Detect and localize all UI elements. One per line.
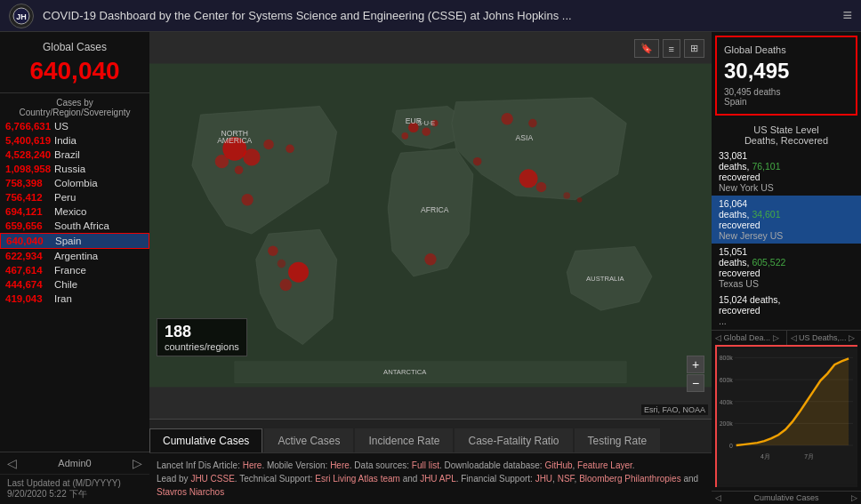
feature-layer-link[interactable]: Feature Layer	[577, 460, 632, 470]
tab-active-cases[interactable]: Active Cases	[264, 428, 353, 452]
menu-icon[interactable]: ≡	[842, 6, 852, 25]
jhu-link[interactable]: JHU	[535, 474, 552, 484]
svg-text:400k: 400k	[720, 399, 734, 405]
tab-cumulative-cases[interactable]: Cumulative Cases	[149, 428, 262, 452]
cumulative-chart: 800k 600k 400k 200k 0 4月 7月	[717, 347, 857, 487]
svg-point-19	[424, 253, 436, 265]
svg-text:4月: 4月	[760, 453, 770, 460]
list-item[interactable]: 756,412 Peru	[0, 190, 149, 204]
svg-point-22	[577, 197, 583, 203]
world-map: NORTH AMERICA ASIA AFRICA EUR AUSTRALIA …	[149, 32, 712, 419]
list-item-selected[interactable]: 640,040 Spain	[0, 233, 149, 249]
esri-credit: Esri, FAO, NOAA	[641, 404, 708, 415]
svg-point-17	[501, 113, 512, 124]
global-cases-label: Global Cases	[4, 41, 145, 53]
next-button[interactable]: ▷	[133, 456, 142, 470]
esri-team-link[interactable]: Esri Living Atlas team	[315, 474, 400, 484]
svg-text:AMERICA: AMERICA	[217, 136, 252, 145]
svg-point-10	[280, 279, 292, 291]
count-number: 188	[165, 323, 239, 341]
list-item[interactable]: 659,656 South Africa	[0, 219, 149, 233]
state-item[interactable]: 15,024 deaths, recovered ...	[712, 292, 861, 329]
main-container: Global Cases 640,040 Cases by Country/Re…	[0, 32, 861, 504]
zoom-in-button[interactable]: +	[687, 356, 704, 373]
list-item[interactable]: 444,674 Chile	[0, 277, 149, 292]
prev-button[interactable]: ◁	[7, 456, 17, 470]
panel-nav: ◁ Global Dea... ▷ ◁ US Deaths,... ▷	[712, 330, 861, 345]
svg-point-8	[286, 145, 294, 154]
app-title: COVID-19 Dashboard by the Center for Sys…	[43, 9, 842, 22]
svg-point-7	[235, 165, 244, 174]
svg-point-18	[528, 119, 537, 128]
global-deaths-card: Global Deaths 30,495 30,495 deaths Spain	[715, 36, 857, 116]
list-item[interactable]: 622,934 Argentina	[0, 249, 149, 263]
count-label: countries/regions	[165, 341, 239, 352]
state-item[interactable]: 15,051 deaths, 605,522 recovered Texas U…	[712, 244, 861, 292]
svg-text:0: 0	[729, 443, 733, 449]
list-item[interactable]: 4,528,240 Brazil	[0, 148, 149, 162]
svg-point-14	[422, 127, 430, 136]
svg-text:ASIA: ASIA	[516, 133, 534, 142]
zoom-out-button[interactable]: −	[687, 374, 704, 392]
us-state-label: US State Level Deaths, Recovered	[712, 119, 861, 148]
tab-testing-rate[interactable]: Testing Rate	[575, 428, 661, 452]
sidebar-footer: Last Updated at (M/D/YYYY) 9/20/2020 5:2…	[0, 474, 149, 504]
github-link[interactable]: GitHub	[544, 460, 572, 470]
svg-text:S·U·E: S·U·E	[417, 119, 435, 127]
nsf-link[interactable]: NSF	[558, 474, 575, 484]
svg-text:ANTARCTICA: ANTARCTICA	[383, 368, 427, 376]
svg-point-6	[263, 140, 273, 149]
jhu-csse-link[interactable]: JHU CSSE	[190, 474, 234, 484]
here-link-2[interactable]: Here	[330, 460, 350, 470]
here-link-1[interactable]: Here	[243, 460, 262, 470]
svg-point-24	[268, 245, 278, 255]
stavros-link[interactable]: Stavros Niarchos	[157, 487, 224, 497]
svg-point-11	[519, 169, 538, 188]
svg-text:JH: JH	[16, 12, 27, 21]
list-item[interactable]: 6,766,631 US	[0, 119, 149, 133]
chart-label: Cumulative Cases	[753, 493, 818, 502]
full-list-link[interactable]: Full list	[412, 460, 439, 470]
svg-point-9	[288, 262, 309, 283]
bottom-info-bar: Lancet Inf Dis Article: Here. Mobile Ver…	[149, 452, 712, 504]
svg-point-12	[536, 182, 546, 192]
bookmark-button[interactable]: 🔖	[634, 39, 659, 58]
jhu-logo: JH	[9, 4, 34, 28]
global-deaths-nav[interactable]: ◁ Global Dea... ▷	[712, 331, 787, 345]
list-item[interactable]: 419,043 Iran	[0, 292, 149, 306]
svg-text:600k: 600k	[720, 377, 734, 383]
svg-text:7月: 7月	[804, 453, 814, 460]
bloomberg-link[interactable]: Bloomberg Philanthropies	[579, 474, 681, 484]
deaths-sub: 30,495 deaths Spain	[724, 87, 849, 107]
svg-text:AUSTRALIA: AUSTRALIA	[586, 275, 624, 283]
svg-point-23	[241, 194, 253, 205]
svg-point-20	[473, 157, 482, 166]
list-button[interactable]: ≡	[663, 39, 680, 58]
map-toolbar: 🔖 ≡ ⊞	[634, 39, 704, 58]
map-container[interactable]: NORTH AMERICA ASIA AFRICA EUR AUSTRALIA …	[149, 32, 712, 419]
state-item[interactable]: 33,081 deaths, 76,101 recovered New York…	[712, 148, 861, 196]
state-item-selected[interactable]: 16,064 deaths, 34,601 recovered New Jers…	[712, 196, 861, 244]
global-cases-number: 640,040	[4, 57, 145, 85]
list-item[interactable]: 5,400,619 India	[0, 133, 149, 148]
chart-area: 800k 600k 400k 200k 0 4月 7月	[715, 345, 857, 487]
grid-button[interactable]: ⊞	[684, 39, 704, 58]
chart-prev-button[interactable]: ◁	[715, 493, 721, 502]
jhu-apl-link[interactable]: JHU APL	[420, 474, 456, 484]
tab-incidence-rate[interactable]: Incidence Rate	[355, 428, 453, 452]
app-header: JH COVID-19 Dashboard by the Center for …	[0, 0, 861, 32]
tabs-bar: Cumulative Cases Active Cases Incidence …	[149, 419, 712, 452]
list-item[interactable]: 1,098,958 Russia	[0, 162, 149, 176]
right-panel: Global Deaths 30,495 30,495 deaths Spain…	[712, 32, 861, 504]
svg-point-5	[215, 155, 229, 168]
chart-next-button[interactable]: ▷	[851, 493, 857, 502]
svg-point-4	[243, 148, 260, 165]
list-item[interactable]: 758,398 Colombia	[0, 176, 149, 190]
list-item[interactable]: 467,614 France	[0, 263, 149, 277]
logo-icon: JH	[12, 7, 30, 25]
deaths-card-label: Global Deaths	[724, 44, 849, 55]
us-deaths-nav[interactable]: ◁ US Deaths,... ▷	[787, 331, 862, 345]
tab-case-fatality[interactable]: Case-Fatality Ratio	[455, 428, 572, 452]
sidebar: Global Cases 640,040 Cases by Country/Re…	[0, 32, 149, 504]
list-item[interactable]: 694,121 Mexico	[0, 204, 149, 219]
